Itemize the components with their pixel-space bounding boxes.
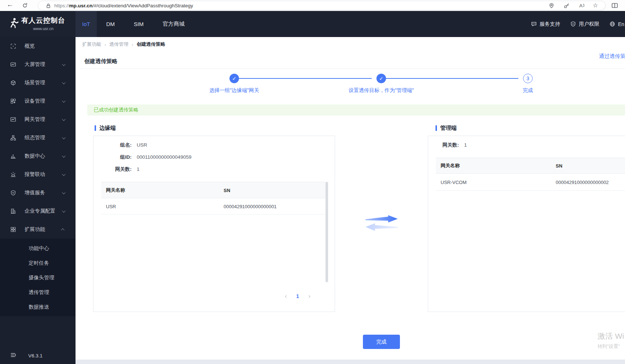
app-title: 有人云控制台 xyxy=(21,16,65,25)
sidebar-item-enterprise[interactable]: 企业专属配置 xyxy=(0,202,76,220)
address-bar[interactable]: https://mp.usr.cn/#/cloud/extend/ViewAdd… xyxy=(38,1,606,10)
sidebar-item-label: 概览 xyxy=(25,43,76,49)
breadcrumb-current: 创建透传策略 xyxy=(137,41,165,48)
pagination-next-icon[interactable]: › xyxy=(305,293,313,299)
table-scrollbar[interactable] xyxy=(326,182,328,282)
table-row[interactable]: USR 00004291000000000001 xyxy=(101,198,326,214)
sidebar-item-datacenter[interactable]: 数据中心 xyxy=(0,147,76,165)
step-2-label: 设置透传目标，作为"管理端" xyxy=(323,87,440,94)
strategy-link[interactable]: 通过透传策 xyxy=(599,53,625,60)
url-host: mp.usr.cn xyxy=(69,3,93,8)
watermark-line-1: 激活 Wi xyxy=(598,331,624,341)
pagination-prev-icon[interactable]: ‹ xyxy=(282,293,290,299)
extend-submenu: 功能中心 定时任务 摄像头管理 透传管理 数据推送 xyxy=(0,239,76,316)
collapse-sidebar-icon[interactable] xyxy=(10,352,16,360)
sidebar-item-alarm[interactable]: 报警联动 xyxy=(0,165,76,184)
chevron-down-icon xyxy=(62,62,66,66)
field-label: 网关数: xyxy=(93,166,132,173)
back-icon[interactable]: ← xyxy=(7,1,13,8)
user-permission-label: 用户权限 xyxy=(579,21,599,27)
column-gateway-name: 网关名称 xyxy=(441,162,460,169)
cell-gateway-name: USR-VCOM xyxy=(441,179,467,185)
column-gateway-name: 网关名称 xyxy=(106,187,125,194)
tab-sim[interactable]: SIM xyxy=(124,11,153,37)
sidebar-item-screen[interactable]: 大屏管理 xyxy=(0,55,76,74)
sidebar-subitem-data-push[interactable]: 数据推送 xyxy=(0,299,76,314)
edge-section-title: 边缘端 xyxy=(99,125,116,132)
url-path: /#/cloud/extend/ViewAddPassthroughStrate… xyxy=(92,3,193,8)
sidebar-subitem-timed-task[interactable]: 定时任务 xyxy=(0,255,76,270)
navbar-right: 服务支持 用户权限 En xyxy=(531,11,624,37)
sidebar-subitem-camera[interactable]: 摄像头管理 xyxy=(0,270,76,285)
sidebar-subitem-passthrough[interactable]: 透传管理 xyxy=(0,285,76,299)
table-row[interactable]: USR-VCOM 00004291000000000002 xyxy=(436,174,625,191)
chevron-down-icon xyxy=(62,99,66,103)
sidebar-item-scene[interactable]: 场景管理 xyxy=(0,74,76,92)
tab-dm[interactable]: DM xyxy=(97,11,124,37)
sidebar-footer: V6.3.1 xyxy=(0,347,76,364)
sidebar-item-label: 报警联动 xyxy=(25,171,62,178)
manage-section-title: 管理端 xyxy=(440,125,457,132)
usr-logo-icon xyxy=(7,17,21,32)
chevron-down-icon xyxy=(62,172,66,176)
sidebar-item-scada[interactable]: 组态管理 xyxy=(0,129,76,147)
sidebar-item-device[interactable]: 设备管理 xyxy=(0,92,76,110)
grid-icon xyxy=(10,227,16,232)
sidebar-item-label: 企业专属配置 xyxy=(25,208,62,214)
sidebar-item-vas[interactable]: 增值服务 xyxy=(0,184,76,202)
favorite-star-icon[interactable]: ☆ xyxy=(593,2,598,9)
sidebar: 概览 大屏管理 场景管理 设备管理 网关管理 组态管理 数据中心 报警联动 增值… xyxy=(0,37,76,364)
breadcrumb-passthrough[interactable]: 透传管理 xyxy=(109,41,128,48)
pagination: ‹ 1 › xyxy=(282,293,313,299)
tab-iot[interactable]: IoT xyxy=(76,11,97,37)
breadcrumb-separator: › xyxy=(101,42,109,47)
read-aloud-icon[interactable]: A xyxy=(578,2,585,10)
field-value: 00011000000000049059 xyxy=(137,154,191,160)
finish-button[interactable]: 完成 xyxy=(363,335,400,349)
bar-chart-icon xyxy=(10,153,16,159)
location-icon[interactable] xyxy=(548,3,555,10)
title-divider xyxy=(80,69,625,69)
chevron-down-icon xyxy=(62,81,66,84)
logo-text: 有人云控制台 www.usr.cn xyxy=(21,16,65,31)
split-screen-icon[interactable] xyxy=(611,2,618,10)
sidebar-item-overview[interactable]: 概览 xyxy=(0,37,76,55)
sidebar-item-gateway[interactable]: 网关管理 xyxy=(0,110,76,129)
url-text: https://mp.usr.cn/#/cloud/extend/ViewAdd… xyxy=(54,3,193,8)
key-icon[interactable] xyxy=(563,3,570,10)
column-sn: SN xyxy=(224,187,230,193)
user-permission[interactable]: 用户权限 xyxy=(570,21,599,27)
device-icon xyxy=(10,98,16,104)
browser-toolbar: ← https://mp.usr.cn/#/cloud/extend/ViewA… xyxy=(0,0,625,11)
lock-icon[interactable] xyxy=(45,3,51,10)
section-accent-bar xyxy=(435,125,437,131)
breadcrumb-extend[interactable]: 扩展功能 xyxy=(82,41,101,48)
column-sn: SN xyxy=(556,163,562,169)
shield-check-icon xyxy=(10,190,16,196)
chat-icon xyxy=(531,21,537,27)
manage-gateway-table: 网关名称 SN USR-VCOM 00004291000000000002 xyxy=(436,158,625,191)
sidebar-item-label: 场景管理 xyxy=(25,80,62,86)
cell-sn: 00004291000000000001 xyxy=(224,203,277,209)
reload-icon[interactable] xyxy=(22,3,28,10)
service-support[interactable]: 服务支持 xyxy=(531,21,560,27)
pagination-page-1[interactable]: 1 xyxy=(294,293,302,299)
globe-icon xyxy=(609,21,615,27)
cell-sn: 00004291000000000002 xyxy=(556,179,609,185)
horizontal-scrollbar-track[interactable] xyxy=(76,360,625,364)
sidebar-subitem-function-center[interactable]: 功能中心 xyxy=(0,241,76,255)
alarm-icon xyxy=(10,172,16,177)
field-label: 网关数: xyxy=(428,142,459,148)
language-toggle[interactable]: En xyxy=(609,21,624,27)
product-tabs: IoT DM SIM 官方商城 xyxy=(76,11,194,37)
sidebar-item-label: 设备管理 xyxy=(25,98,62,104)
breadcrumb-separator: › xyxy=(128,42,136,47)
sidebar-item-label: 扩展功能 xyxy=(25,226,62,233)
edge-info-fields: 组名: USR 组ID: 00011000000000049059 网关数: 1 xyxy=(93,136,335,175)
field-label: 组名: xyxy=(93,142,132,148)
edge-panel: 组名: USR 组ID: 00011000000000049059 网关数: 1… xyxy=(93,136,335,312)
sidebar-item-extend[interactable]: 扩展功能 xyxy=(0,220,76,239)
language-label: En xyxy=(618,21,624,27)
tab-official-mall[interactable]: 官方商城 xyxy=(153,11,194,37)
service-support-label: 服务支持 xyxy=(540,21,560,27)
